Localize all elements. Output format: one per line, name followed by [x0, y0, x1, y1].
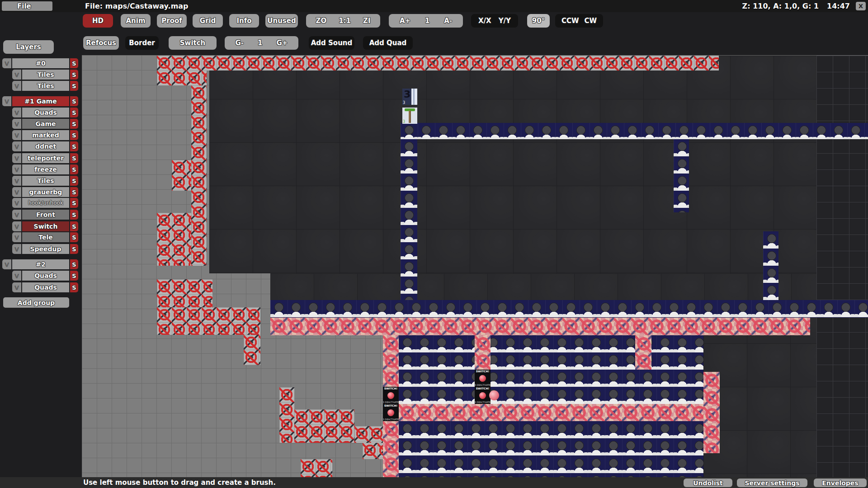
visibility-toggle[interactable]: V — [2, 58, 11, 68]
layer-row-quads[interactable]: VQuadsS — [12, 271, 78, 281]
rotate-group-item-1[interactable]: CW — [584, 17, 597, 25]
grid-button[interactable]: Grid — [193, 14, 223, 28]
layer-settings-button[interactable]: S — [70, 153, 78, 163]
layer-settings-button[interactable]: S — [70, 108, 78, 117]
server-settings-button[interactable]: Server settings — [737, 479, 807, 487]
flip-group-item-0[interactable]: X/X — [478, 17, 491, 25]
layer-row-freeze[interactable]: VfreezeS — [12, 164, 78, 174]
layer-label[interactable]: ddnet — [22, 141, 69, 151]
anim-speed-group-item-2[interactable]: A- — [444, 17, 452, 25]
layer-label[interactable]: Switch — [22, 221, 69, 231]
layer-settings-button[interactable]: S — [70, 176, 78, 186]
grid-factor-group-item-1[interactable]: 1 — [258, 39, 262, 47]
hd-button[interactable]: HD — [83, 14, 113, 28]
layer-label[interactable]: #0 — [12, 58, 69, 68]
layer-label[interactable]: Tele — [22, 232, 69, 242]
layer-row-quads[interactable]: VQuadsS — [12, 282, 78, 292]
visibility-toggle[interactable]: V — [12, 130, 21, 140]
add-quad-button[interactable]: Add Quad — [363, 36, 413, 50]
layer-label[interactable]: Tiles — [22, 176, 69, 186]
rotate-group-item-0[interactable]: CCW — [561, 17, 579, 25]
layer-label[interactable]: Quads — [22, 108, 69, 117]
layer-row-switch[interactable]: VSwitchS — [12, 221, 78, 231]
zoom-group-group[interactable]: ZO1:1ZI — [306, 14, 380, 28]
layer-settings-button[interactable]: S — [70, 96, 78, 106]
layer-label[interactable]: freeze — [22, 164, 69, 174]
visibility-toggle[interactable]: V — [12, 81, 21, 91]
layer-label[interactable]: Quads — [22, 271, 69, 281]
layer-label[interactable]: marked — [22, 130, 69, 140]
layer-settings-button[interactable]: S — [70, 164, 78, 174]
layer-settings-button[interactable]: S — [70, 232, 78, 242]
layer-row--1-game[interactable]: V#1 GameS — [2, 96, 78, 106]
layer-row-ddnet[interactable]: VddnetS — [12, 141, 78, 151]
layer-row-tiles[interactable]: VTilesS — [12, 81, 78, 91]
grid-factor-group-item-2[interactable]: G+ — [277, 39, 288, 47]
layer-label[interactable]: Front — [22, 210, 69, 220]
visibility-toggle[interactable]: V — [12, 232, 21, 242]
add-sound-button[interactable]: Add Sound — [309, 36, 354, 50]
layer-label[interactable]: Tiles — [22, 70, 69, 80]
anim-speed-group-item-1[interactable]: 1 — [425, 17, 429, 25]
layer-label[interactable]: grauerbg — [22, 187, 69, 197]
envelopes-button[interactable]: Envelopes — [814, 479, 867, 487]
layer-label[interactable]: #2 — [12, 259, 69, 269]
refocus-button[interactable]: Refocus — [83, 36, 119, 50]
layer-label[interactable]: Quads — [22, 282, 69, 292]
layer-row-tele[interactable]: VTeleS — [12, 232, 78, 242]
anim-speed-group-group[interactable]: A+1A- — [389, 14, 463, 28]
grid-factor-group-item-0[interactable]: G- — [236, 39, 244, 47]
undolist-button[interactable]: Undolist — [684, 479, 732, 487]
proof-button[interactable]: Proof — [157, 14, 187, 28]
layer-row-speedup[interactable]: VSpeedupS — [12, 244, 78, 254]
layer-settings-button[interactable]: S — [70, 198, 78, 208]
add-group-button[interactable]: Add group — [3, 297, 69, 308]
visibility-toggle[interactable]: V — [12, 176, 21, 186]
visibility-toggle[interactable]: V — [12, 198, 21, 208]
layer-row--0[interactable]: V#0S — [2, 58, 78, 68]
layer-settings-button[interactable]: S — [70, 221, 78, 231]
layer-settings-button[interactable]: S — [70, 259, 78, 269]
layer-row-front[interactable]: VFrontS — [12, 210, 78, 220]
map-canvas[interactable]: 3 3 3 SWITCH! 3 DEACTIVATE SWITCH! 3 DEA… — [0, 0, 868, 488]
layer-row-tiles[interactable]: VTilesS — [12, 176, 78, 186]
layer-settings-button[interactable]: S — [70, 81, 78, 91]
layer-settings-button[interactable]: S — [70, 58, 78, 68]
zoom-group-item-1[interactable]: 1:1 — [339, 17, 351, 25]
layer-row--2[interactable]: V#2S — [2, 259, 78, 269]
layer-label[interactable]: teleporter — [22, 153, 69, 163]
close-icon[interactable]: X — [856, 2, 866, 10]
layer-row-teleporter[interactable]: VteleporterS — [12, 153, 78, 163]
visibility-toggle[interactable]: V — [12, 282, 21, 292]
layer-settings-button[interactable]: S — [70, 141, 78, 151]
visibility-toggle[interactable]: V — [12, 141, 21, 151]
flip-group-item-1[interactable]: Y/Y — [499, 17, 511, 25]
layer-label[interactable]: Tiles — [22, 81, 69, 91]
anim-button[interactable]: Anim — [121, 14, 151, 28]
visibility-toggle[interactable]: V — [12, 119, 21, 129]
layer-row-tiles[interactable]: VTilesS — [12, 70, 78, 80]
visibility-toggle[interactable]: V — [12, 153, 21, 163]
layer-label[interactable]: hook/unhook — [22, 198, 69, 208]
zoom-group-item-2[interactable]: ZI — [363, 17, 370, 25]
visibility-toggle[interactable]: V — [2, 259, 11, 269]
layer-row-quads[interactable]: VQuadsS — [12, 108, 78, 117]
layer-settings-button[interactable]: S — [70, 187, 78, 197]
grid-factor-group-group[interactable]: G-1G+ — [225, 36, 298, 50]
layer-settings-button[interactable]: S — [70, 70, 78, 80]
layer-label[interactable]: Game — [22, 119, 69, 129]
visibility-toggle[interactable]: V — [12, 271, 21, 281]
layer-row-hook-unhook[interactable]: Vhook/unhookS — [12, 198, 78, 208]
rotate-90-button[interactable]: 90° — [527, 14, 550, 28]
visibility-toggle[interactable]: V — [12, 187, 21, 197]
switch-button[interactable]: Switch — [169, 36, 217, 50]
visibility-toggle[interactable]: V — [12, 221, 21, 231]
visibility-toggle[interactable]: V — [12, 108, 21, 117]
layer-row-game[interactable]: VGameS — [12, 119, 78, 129]
rotate-group-group[interactable]: CCWCW — [555, 14, 603, 28]
info-button[interactable]: Info — [229, 14, 259, 28]
visibility-toggle[interactable]: V — [12, 210, 21, 220]
layer-label[interactable]: Speedup — [22, 244, 69, 254]
layer-settings-button[interactable]: S — [70, 271, 78, 281]
visibility-toggle[interactable]: V — [12, 244, 21, 254]
